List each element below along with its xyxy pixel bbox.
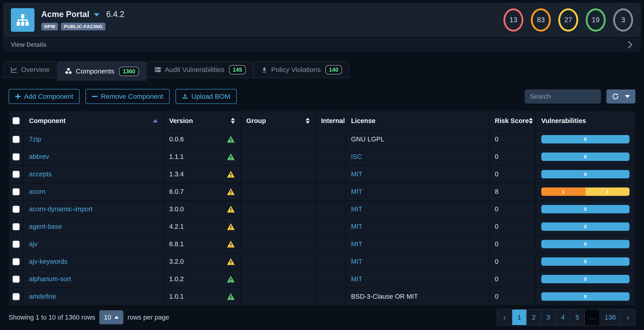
license-text: GNU LGPL <box>351 136 384 143</box>
row-checkbox[interactable] <box>12 206 20 213</box>
column-header-vulnerabilities: Vulnerabilities <box>536 111 635 130</box>
project-version-caret-icon[interactable] <box>94 13 99 17</box>
component-link[interactable]: ajv <box>29 240 38 248</box>
refresh-button-group[interactable] <box>606 89 636 104</box>
version-warning-icon <box>227 292 235 301</box>
project-version: 6.4.2 <box>106 10 124 19</box>
table-row: amdefine1.0.1BSD-3-Clause OR MIT00 <box>9 287 635 305</box>
chart-line-icon <box>10 66 18 73</box>
risk-score: 0 <box>489 166 536 183</box>
row-checkbox[interactable] <box>12 136 20 143</box>
row-checkbox[interactable] <box>12 258 20 265</box>
risk-score: 0 <box>489 253 536 270</box>
page-size-select[interactable]: 10 <box>99 310 123 324</box>
risk-score: 0 <box>489 270 536 287</box>
component-version: 3.0.0 <box>169 205 184 213</box>
vulnerabilities-bar: 0 <box>541 135 630 143</box>
page-button-2[interactable]: 2 <box>526 309 541 325</box>
medium-severity-ring: 27 <box>558 9 578 32</box>
column-header-group[interactable]: Group <box>241 111 316 130</box>
component-group <box>241 218 316 235</box>
component-link[interactable]: accepts <box>29 170 52 178</box>
upload-icon <box>182 93 188 100</box>
page-button-5[interactable]: 5 <box>570 309 584 325</box>
license-link[interactable]: ISC <box>351 153 362 160</box>
table-row: ajv-keywords3.2.0MIT00 <box>9 253 635 270</box>
high-severity-ring: 83 <box>531 9 551 32</box>
high-count: 83 <box>537 16 545 24</box>
component-link[interactable]: agent-base <box>29 223 62 230</box>
page-button-136[interactable]: 136 <box>600 309 620 325</box>
license-link[interactable]: MIT <box>351 275 362 283</box>
component-version: 1.1.1 <box>169 153 184 160</box>
column-header-version[interactable]: Version <box>164 111 241 130</box>
upload-bom-button[interactable]: Upload BOM <box>176 89 237 104</box>
license-link[interactable]: MIT <box>351 223 362 230</box>
page-button-3[interactable]: 3 <box>541 309 555 325</box>
license-link[interactable]: MIT <box>351 240 362 248</box>
row-checkbox[interactable] <box>12 241 20 248</box>
tab-policy-violations[interactable]: Policy Violations 140 <box>254 61 350 78</box>
license-link[interactable]: MIT <box>351 258 362 265</box>
license-link[interactable]: MIT <box>351 205 362 213</box>
tab-audit-vulnerabilities[interactable]: Audit Vulnerabilities 145 <box>147 61 253 78</box>
tag-badge: PUBLIC-FACING <box>61 23 106 31</box>
chevron-down-icon[interactable] <box>625 95 630 98</box>
tab-overview[interactable]: Overview <box>3 61 57 78</box>
version-warning-icon <box>227 135 235 143</box>
row-checkbox[interactable] <box>12 188 20 195</box>
component-group <box>241 201 316 218</box>
row-checkbox[interactable] <box>12 153 20 160</box>
column-header-component[interactable]: Component <box>24 111 164 130</box>
component-link[interactable]: acorn <box>29 188 46 195</box>
component-internal <box>316 166 346 183</box>
view-details-label: View Details <box>11 41 46 48</box>
search-input[interactable] <box>525 89 601 104</box>
refresh-icon[interactable] <box>612 93 619 100</box>
remove-component-button[interactable]: Remove Component <box>86 89 170 104</box>
component-group <box>241 253 316 270</box>
vulnerabilities-bar: 0 <box>541 222 630 231</box>
view-details-bar[interactable]: View Details <box>3 37 641 52</box>
page-button-1[interactable]: 1 <box>512 309 526 325</box>
license-link[interactable]: MIT <box>351 170 362 178</box>
add-component-button[interactable]: Add Component <box>8 89 80 104</box>
remove-component-label: Remove Component <box>101 93 163 100</box>
components-toolbar: Add Component Remove Component Upload BO… <box>8 89 636 104</box>
page-button-4[interactable]: 4 <box>555 309 570 325</box>
row-checkbox[interactable] <box>12 293 20 300</box>
chevron-up-icon <box>114 316 119 319</box>
component-link[interactable]: abbrev <box>29 153 49 160</box>
component-link[interactable]: amdefine <box>29 293 56 300</box>
sort-icon <box>529 118 533 124</box>
column-header-risk-score[interactable]: Risk Score <box>489 111 536 130</box>
table-row: acorn-dynamic-import3.0.0MIT00 <box>9 200 635 218</box>
row-checkbox[interactable] <box>12 275 20 283</box>
upload-bom-label: Upload BOM <box>192 93 230 100</box>
component-version: 1.3.4 <box>169 170 184 178</box>
previous-page-button[interactable]: ‹ <box>497 309 512 325</box>
critical-severity-ring: 13 <box>504 9 523 32</box>
table-header-row: Component Version Group Internal License… <box>9 111 635 130</box>
component-link[interactable]: acorn-dynamic-import <box>29 205 92 213</box>
table-row: accepts1.3.4MIT00 <box>9 165 635 183</box>
tab-label: Components <box>76 67 114 75</box>
row-checkbox[interactable] <box>12 171 20 178</box>
tab-components[interactable]: Components 1360 <box>57 61 146 81</box>
license-link[interactable]: MIT <box>351 188 362 195</box>
row-checkbox[interactable] <box>12 223 20 230</box>
component-link[interactable]: 7zip <box>29 136 41 143</box>
component-link[interactable]: ajv-keywords <box>29 258 67 265</box>
component-group <box>241 183 316 200</box>
risk-score: 0 <box>489 148 536 165</box>
risk-score: 0 <box>489 131 536 148</box>
sitemap-icon <box>16 14 29 27</box>
table-row: abbrev1.1.1ISC00 <box>9 148 635 165</box>
component-link[interactable]: alphanum-sort <box>29 275 71 283</box>
next-page-button[interactable]: › <box>620 309 635 325</box>
version-warning-icon <box>227 223 235 231</box>
select-all-checkbox[interactable] <box>12 117 20 124</box>
vulnerabilities-bar: 0 <box>541 275 630 283</box>
add-component-label: Add Component <box>24 93 73 100</box>
vulnerabilities-bar: 0 <box>541 170 630 178</box>
